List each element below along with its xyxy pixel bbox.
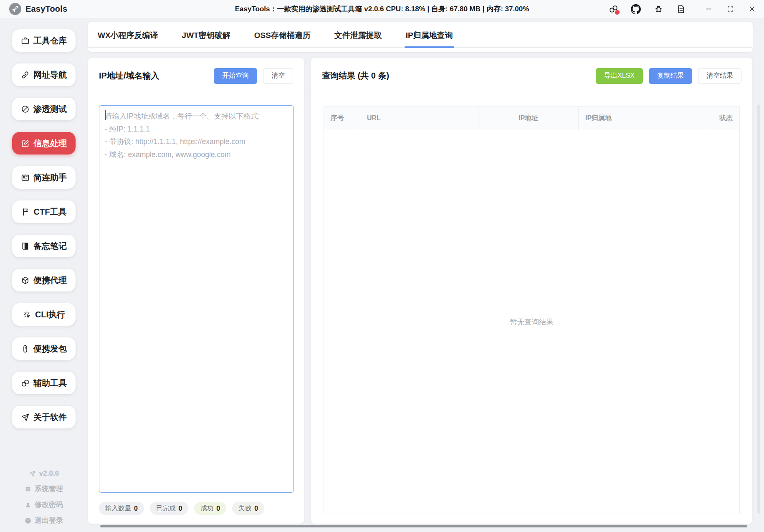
mouse-icon xyxy=(21,345,30,353)
sidebar-item-label: 便携发包 xyxy=(33,343,67,355)
github-icon[interactable] xyxy=(630,3,642,15)
sidebar-item-connect-assistant[interactable]: 简连助手 xyxy=(12,166,76,189)
system-admin-label: 系统管理 xyxy=(35,484,63,494)
sidebar-item-label: 信息处理 xyxy=(33,138,67,149)
app-logo xyxy=(9,3,21,15)
sidebar-item-ctf-tools[interactable]: CTF工具 xyxy=(12,200,76,223)
clear-input-button[interactable]: 清空 xyxy=(263,68,293,84)
sidebar-item-label: 备忘笔记 xyxy=(33,241,67,252)
text-caret xyxy=(105,110,106,120)
ip-domain-input[interactable] xyxy=(99,105,294,493)
input-panel: IP地址/域名输入 开始查询 清空 输入数量 0 已完成 0 成功 0 失败 0 xyxy=(88,57,304,524)
contact-link-icon[interactable] xyxy=(607,3,620,15)
column-header-status: 状态 xyxy=(705,106,739,130)
notification-dot xyxy=(615,10,620,15)
empty-state-text: 暂无查询结果 xyxy=(324,130,739,514)
titlebar: EasyTools：一款实用的渗透测试工具箱 v2.0.6 CPU: 8.18%… xyxy=(0,0,764,18)
change-password-label: 修改密码 xyxy=(35,500,63,509)
paper-plane-icon xyxy=(29,470,36,477)
sidebar: 工具仓库 网址导航 渗透测试 信息处理 简连助手 xyxy=(0,18,88,532)
document-icon[interactable] xyxy=(675,3,687,15)
input-stats: 输入数量 0 已完成 0 成功 0 失败 0 xyxy=(99,502,304,515)
logout-link[interactable]: 退出登录 xyxy=(25,516,63,525)
stat-label: 已完成 xyxy=(156,504,176,513)
sidebar-item-pentest[interactable]: 渗透测试 xyxy=(12,98,76,120)
stat-value: 0 xyxy=(178,505,182,512)
copy-results-button[interactable]: 复制结果 xyxy=(649,68,692,84)
close-button[interactable] xyxy=(746,4,757,15)
paper-plane-icon xyxy=(21,413,30,422)
column-header-url: URL xyxy=(360,106,478,130)
stat-failed: 失败 0 xyxy=(232,502,264,515)
maximize-button[interactable] xyxy=(725,4,736,15)
minimize-button[interactable] xyxy=(703,4,714,15)
link-icon xyxy=(21,71,30,79)
column-header-index: 序号 xyxy=(324,106,360,130)
sidebar-item-label: 渗透测试 xyxy=(33,104,67,115)
sidebar-item-label: 便携代理 xyxy=(33,275,67,286)
power-icon xyxy=(25,517,31,524)
logout-label: 退出登录 xyxy=(35,516,63,525)
notebook-icon xyxy=(21,242,30,251)
id-card-icon xyxy=(21,173,30,182)
stat-label: 成功 xyxy=(200,504,213,513)
start-query-button[interactable]: 开始查询 xyxy=(214,68,257,84)
vertical-scrollbar[interactable] xyxy=(757,104,760,514)
app-name: EasyTools xyxy=(25,4,67,14)
compass-icon xyxy=(21,105,30,114)
export-xlsx-button[interactable]: 导出XLSX xyxy=(596,68,643,84)
sidebar-item-aux-tools[interactable]: 辅助工具 xyxy=(12,372,76,394)
results-panel: 查询结果 (共 0 条) 导出XLSX 复制结果 清空结果 序号 URL IP地… xyxy=(311,57,753,524)
horizontal-scrollbar[interactable] xyxy=(100,525,747,527)
grid-icon xyxy=(25,486,31,492)
sidebar-item-label: 辅助工具 xyxy=(33,377,67,389)
chain-icon xyxy=(21,379,30,388)
stat-success: 成功 0 xyxy=(194,502,226,515)
table-header-row: 序号 URL IP地址 IP归属地 状态 xyxy=(324,106,739,130)
tab-bar: WX小程序反编译 JWT密钥破解 OSS存储桶遍历 文件泄露提取 IP归属地查询 xyxy=(88,22,753,52)
results-panel-title: 查询结果 (共 0 条) xyxy=(322,70,389,81)
sidebar-item-memo-notes[interactable]: 备忘笔记 xyxy=(12,235,76,257)
stat-value: 0 xyxy=(254,505,258,512)
system-admin-link[interactable]: 系统管理 xyxy=(25,484,63,494)
change-password-link[interactable]: 修改密码 xyxy=(25,500,63,509)
stat-input-count: 输入数量 0 xyxy=(99,502,144,515)
sidebar-item-about[interactable]: 关于软件 xyxy=(12,406,76,428)
sidebar-item-label: CTF工具 xyxy=(34,206,67,218)
tab-file-leak[interactable]: 文件泄露提取 xyxy=(334,30,382,47)
click-burst-icon xyxy=(23,310,31,319)
flag-icon xyxy=(21,208,30,216)
user-icon xyxy=(25,502,31,508)
tools-icon xyxy=(12,5,19,13)
input-panel-title: IP地址/域名输入 xyxy=(99,70,159,81)
bug-report-icon[interactable] xyxy=(652,3,665,15)
tab-jwt-crack[interactable]: JWT密钥破解 xyxy=(182,30,230,47)
tab-ip-location[interactable]: IP归属地查询 xyxy=(406,30,453,47)
stat-value: 0 xyxy=(216,505,220,512)
briefcase-icon xyxy=(21,36,30,45)
package-icon xyxy=(21,276,30,285)
sidebar-item-info-processing[interactable]: 信息处理 xyxy=(12,132,76,155)
stat-label: 输入数量 xyxy=(105,504,131,513)
sidebar-item-portable-proxy[interactable]: 便携代理 xyxy=(12,269,76,291)
clear-results-button[interactable]: 清空结果 xyxy=(698,68,741,84)
sidebar-item-label: 工具仓库 xyxy=(33,35,67,46)
sidebar-item-url-navigation[interactable]: 网址导航 xyxy=(12,63,76,86)
sidebar-item-cli-exec[interactable]: CLI执行 xyxy=(12,303,76,326)
version-label: v2.0.6 xyxy=(39,469,59,478)
sidebar-item-label: 简连助手 xyxy=(33,172,67,183)
sidebar-item-tool-warehouse[interactable]: 工具仓库 xyxy=(12,29,76,52)
version-link[interactable]: v2.0.6 xyxy=(29,469,59,478)
column-header-location: IP归属地 xyxy=(579,106,705,130)
tab-oss-bucket[interactable]: OSS存储桶遍历 xyxy=(254,30,311,47)
stat-label: 失败 xyxy=(238,504,251,513)
edit-icon xyxy=(21,139,30,148)
column-header-ip: IP地址 xyxy=(478,106,579,130)
sidebar-item-packet-sender[interactable]: 便携发包 xyxy=(12,337,76,360)
sidebar-item-label: 关于软件 xyxy=(33,412,67,423)
sidebar-item-label: 网址导航 xyxy=(33,69,67,81)
tab-wx-decompile[interactable]: WX小程序反编译 xyxy=(98,30,158,47)
stat-value: 0 xyxy=(134,505,138,512)
results-table: 序号 URL IP地址 IP归属地 状态 暂无查询结果 xyxy=(324,106,740,514)
stat-completed: 已完成 0 xyxy=(150,502,188,515)
